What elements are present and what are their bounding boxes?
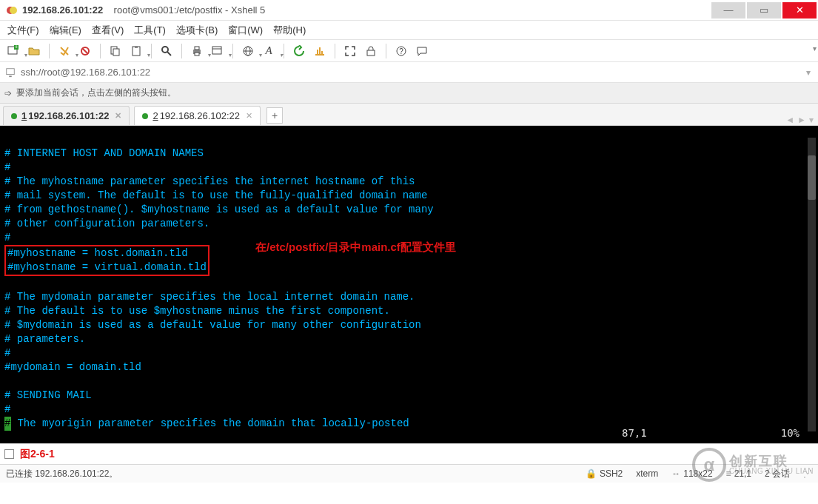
tab-prev-icon[interactable]: ◄ xyxy=(785,115,794,125)
svg-text:+: + xyxy=(15,45,18,50)
size-icon: ↔ xyxy=(671,468,680,479)
svg-text:?: ? xyxy=(399,47,403,56)
toolbar: + A ? xyxy=(0,40,818,62)
address-bar: ssh://root@192.168.26.101:22 ▾ xyxy=(0,62,818,83)
tab-index: 1 xyxy=(21,110,27,121)
svg-rect-21 xyxy=(367,50,375,56)
status-bar: 已连接 192.168.26.101:22。 🔒SSH2 xterm ↔118x… xyxy=(0,465,818,483)
window-close-button[interactable]: ✕ xyxy=(782,2,817,19)
menu-file[interactable]: 文件(F) xyxy=(7,24,39,37)
toolbar-properties-icon[interactable] xyxy=(209,42,227,60)
menu-tools[interactable]: 工具(T) xyxy=(134,24,166,37)
toolbar-separator xyxy=(49,44,50,58)
host-icon xyxy=(4,67,16,78)
toolbar-reconnect-icon[interactable] xyxy=(56,42,73,60)
send-to-all-checkbox[interactable] xyxy=(4,449,19,459)
status-term: xterm xyxy=(636,468,658,479)
info-bar: ➩ 要添加当前会话，点击左侧的箭头按钮。 xyxy=(0,83,818,104)
addrbar-overflow-icon[interactable]: ▾ xyxy=(806,67,811,78)
status-grip-icon: ⋰ xyxy=(803,468,812,479)
tab-strip: 1 192.168.26.101:22 ✕ 2 192.168.26.102:2… xyxy=(0,104,818,126)
tab-list-icon[interactable]: ▾ xyxy=(809,115,814,125)
svg-point-11 xyxy=(162,47,168,53)
svg-point-1 xyxy=(10,7,17,14)
toolbar-new-session-icon[interactable]: + xyxy=(4,42,22,60)
terminal[interactable]: # INTERNET HOST AND DOMAIN NAMES # # The… xyxy=(0,126,805,443)
toolbar-fullscreen-icon[interactable] xyxy=(341,42,359,60)
title-bar: 192.168.26.101:22 root@vms001:/etc/postf… xyxy=(0,0,818,21)
tab-next-icon[interactable]: ► xyxy=(797,115,806,125)
menu-bar: 文件(F) 编辑(E) 查看(V) 工具(T) 选项卡(B) 窗口(W) 帮助(… xyxy=(0,21,818,40)
info-bar-text: 要添加当前会话，点击左侧的箭头按钮。 xyxy=(16,87,176,99)
address-text[interactable]: ssh://root@192.168.26.101:22 xyxy=(21,67,803,78)
toolbar-separator xyxy=(335,44,335,58)
toolbar-separator xyxy=(232,44,233,58)
svg-rect-24 xyxy=(7,68,15,74)
toolbar-help-icon[interactable]: ? xyxy=(392,42,410,60)
status-dot-icon xyxy=(11,113,17,119)
window-minimize-button[interactable]: — xyxy=(711,2,745,19)
status-sessions: 2 会话 xyxy=(765,468,790,480)
status-cursor: ≡21,1 xyxy=(726,468,751,479)
svg-rect-14 xyxy=(195,47,199,50)
toolbar-overflow-icon[interactable]: ▾ xyxy=(813,44,817,53)
toolbar-separator xyxy=(386,44,386,58)
app-icon xyxy=(6,4,18,16)
cursor-icon: ≡ xyxy=(726,468,731,479)
window-maximize-button[interactable]: ▭ xyxy=(747,2,781,19)
svg-line-12 xyxy=(167,52,171,56)
svg-rect-8 xyxy=(113,49,119,56)
add-session-arrow-icon[interactable]: ➩ xyxy=(4,88,12,98)
window-title: 192.168.26.101:22 root@vms001:/etc/postf… xyxy=(22,4,265,16)
menu-view[interactable]: 查看(V) xyxy=(92,24,124,37)
toolbar-disconnect-icon[interactable] xyxy=(76,42,94,60)
menu-help[interactable]: 帮助(H) xyxy=(273,24,306,37)
toolbar-transfer-icon[interactable] xyxy=(290,42,308,60)
new-tab-button[interactable]: + xyxy=(266,107,283,124)
toolbar-separator xyxy=(100,44,101,58)
tab-label: 192.168.26.101:22 xyxy=(28,110,109,121)
toolbar-font-icon[interactable]: A xyxy=(260,42,278,60)
toolbar-separator xyxy=(284,44,284,58)
session-tab-2[interactable]: 2 192.168.26.102:22 ✕ xyxy=(134,106,261,125)
toolbar-separator xyxy=(151,44,152,58)
menu-tab[interactable]: 选项卡(B) xyxy=(176,24,218,37)
status-size: ↔118x22 xyxy=(671,468,712,479)
tab-close-icon[interactable]: ✕ xyxy=(115,111,121,121)
svg-line-6 xyxy=(82,48,88,54)
toolbar-separator xyxy=(181,44,182,58)
terminal-scrollbar[interactable] xyxy=(805,126,818,443)
tab-label: 192.168.26.102:22 xyxy=(160,110,240,121)
compose-bar: 图2-6-1 xyxy=(0,444,818,465)
status-dot-icon xyxy=(142,113,148,119)
menu-window[interactable]: 窗口(W) xyxy=(228,24,263,37)
figure-label: 图2-6-1 xyxy=(20,448,55,461)
toolbar-open-icon[interactable] xyxy=(25,42,43,60)
menu-edit[interactable]: 编辑(E) xyxy=(50,24,81,37)
tab-close-icon[interactable]: ✕ xyxy=(246,111,252,121)
scrollbar-thumb[interactable] xyxy=(808,155,816,200)
toolbar-xftp-icon[interactable] xyxy=(311,42,329,60)
terminal-panel: # INTERNET HOST AND DOMAIN NAMES # # The… xyxy=(0,126,818,444)
toolbar-print-icon[interactable] xyxy=(188,42,206,60)
svg-rect-10 xyxy=(135,46,138,48)
checkbox-icon xyxy=(4,449,14,459)
status-connection: 已连接 192.168.26.101:22。 xyxy=(6,468,118,480)
status-ssh: 🔒SSH2 xyxy=(586,468,623,479)
toolbar-paste-icon[interactable] xyxy=(127,42,145,60)
toolbar-find-icon[interactable] xyxy=(158,42,175,60)
tab-index: 2 xyxy=(152,110,158,121)
svg-rect-15 xyxy=(195,53,199,56)
svg-rect-16 xyxy=(212,47,221,54)
lock-icon: 🔒 xyxy=(586,468,597,479)
session-tab-1[interactable]: 1 192.168.26.101:22 ✕ xyxy=(3,106,130,125)
toolbar-copy-icon[interactable] xyxy=(107,42,124,60)
toolbar-globe-icon[interactable] xyxy=(239,42,257,60)
toolbar-chat-icon[interactable] xyxy=(413,42,431,60)
toolbar-lock-icon[interactable] xyxy=(362,42,380,60)
